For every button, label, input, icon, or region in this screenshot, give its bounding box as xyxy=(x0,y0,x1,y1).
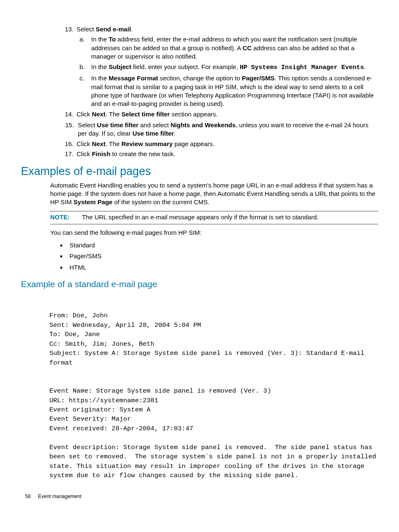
step-15: 15. Select Use time filter and select Ni… xyxy=(65,121,378,139)
page-number: 58 xyxy=(25,493,31,500)
step-16: 16.Click Next. The Review summary page a… xyxy=(65,140,378,148)
list-item: Pager/SMS xyxy=(67,252,378,260)
step-text: Select Send e-mail. xyxy=(77,26,133,33)
substeps: a. In the To address field, enter the e-… xyxy=(65,35,378,108)
step-number: 13. xyxy=(65,25,77,33)
footer-title: Event management xyxy=(38,493,82,499)
heading-examples: Examples of e-mail pages xyxy=(21,164,378,179)
substep-c: c. In the Message Format section, change… xyxy=(79,74,378,108)
note-text: The URL specified in an e-mail message a… xyxy=(82,213,319,221)
list-item: Standard xyxy=(67,241,378,249)
substep-letter: c. xyxy=(79,75,84,82)
note-rule xyxy=(50,224,378,224)
note-label: NOTE: xyxy=(50,213,80,221)
substep-letter: b. xyxy=(79,63,85,70)
heading-standard-example: Example of a standard e-mail page xyxy=(21,278,378,290)
substep-b: b. In the Subject field, enter your subj… xyxy=(79,62,378,72)
note-block: NOTE: The URL specified in an e-mail mes… xyxy=(21,211,378,224)
substep-letter: a. xyxy=(79,36,85,43)
step-17: 17.Click Finish to create the new task. xyxy=(65,150,378,158)
step-14: 14.Click Next. The Select time filter se… xyxy=(65,110,378,118)
list-intro: You can send the following e-mail pages … xyxy=(21,229,378,237)
email-sample: From: Doe, John Sent: Wednesday, April 2… xyxy=(21,311,378,480)
substep-a: a. In the To address field, enter the e-… xyxy=(79,35,378,61)
intro-paragraph: Automatic Event Handling enables you to … xyxy=(21,181,378,207)
step-13: 13.Select Send e-mail. a. In the To addr… xyxy=(65,25,378,108)
list-item: HTML xyxy=(67,263,378,272)
email-types-list: Standard Pager/SMS HTML xyxy=(21,241,378,272)
ordered-steps: 13.Select Send e-mail. a. In the To addr… xyxy=(21,25,378,159)
page-footer: 58 Event management xyxy=(21,493,378,500)
